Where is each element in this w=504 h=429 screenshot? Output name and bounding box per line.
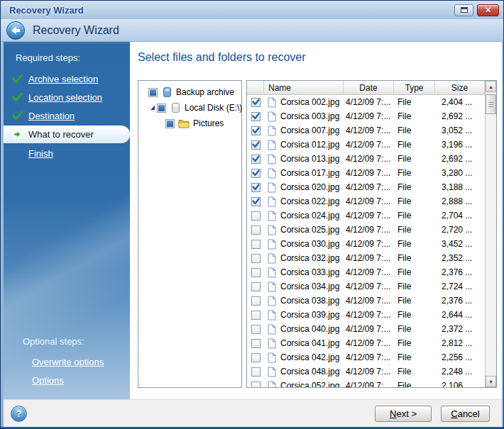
table-row[interactable]: Corsica 040.jpg 4/12/09 7:... File 2,372…	[247, 322, 485, 336]
table-row[interactable]: Corsica 025.jpg 4/12/09 7:... File 2,720…	[247, 223, 485, 237]
table-row[interactable]: Corsica 017.jpg 4/12/09 7:... File 3,280…	[247, 166, 485, 180]
row-checkbox[interactable]	[251, 381, 261, 388]
file-size: 2,692 ...	[435, 109, 485, 123]
file-name: Corsica 003.jpg	[280, 111, 339, 121]
tree-item-pictures[interactable]: Pictures	[138, 116, 241, 131]
tree-checkbox[interactable]	[165, 119, 175, 128]
file-type: File	[394, 336, 435, 350]
table-row[interactable]: Corsica 022.jpg 4/12/09 7:... File 2,888…	[247, 194, 485, 208]
file-icon	[266, 140, 278, 150]
file-icon	[266, 111, 278, 122]
table-row[interactable]: Corsica 024.jpg 4/12/09 7:... File 2,704…	[247, 208, 485, 223]
table-row[interactable]: Corsica 003.jpg 4/12/09 7:... File 2,692…	[247, 109, 485, 123]
file-icon	[266, 168, 278, 179]
scrollbar-thumb[interactable]	[486, 94, 496, 114]
optional-steps-list: Overwrite options Options	[4, 352, 130, 389]
restore-button[interactable]	[454, 4, 473, 16]
tree-checkbox[interactable]	[148, 88, 158, 97]
row-checkbox[interactable]	[251, 225, 261, 235]
table-row[interactable]: Corsica 041.jpg 4/12/09 7:... File 2,812…	[247, 336, 485, 350]
row-checkbox[interactable]	[251, 268, 261, 277]
row-checkbox[interactable]	[251, 211, 261, 221]
row-checkbox[interactable]	[251, 126, 261, 135]
table-row[interactable]: Corsica 042.jpg 4/12/09 7:... File 2,256…	[247, 350, 485, 364]
row-checkbox[interactable]	[251, 240, 261, 249]
sidebar-step-overwrite-options[interactable]: Overwrite options	[4, 352, 130, 371]
table-row[interactable]: Corsica 030.jpg 4/12/09 7:... File 3,452…	[247, 237, 485, 251]
window-title: Recovery Wizard	[9, 5, 84, 16]
file-date: 4/12/09 7:...	[344, 251, 394, 265]
expander-icon[interactable]	[150, 106, 155, 110]
archive-icon	[160, 87, 173, 98]
sidebar-step-destination[interactable]: Destination	[4, 106, 130, 125]
row-checkbox[interactable]	[251, 197, 261, 206]
tree-item-local-disk-e[interactable]: Local Disk (E:\)	[138, 100, 241, 116]
row-checkbox[interactable]	[251, 282, 261, 291]
file-icon	[266, 196, 278, 207]
sidebar-step-finish[interactable]: Finish	[4, 144, 130, 162]
file-date: 4/12/09 7:...	[344, 237, 394, 251]
check-icon	[11, 93, 23, 102]
scroll-down-button[interactable]: ▼	[486, 376, 496, 387]
column-header-name[interactable]: Name	[264, 81, 344, 94]
table-row[interactable]: Corsica 048.jpg 4/12/09 7:... File 2,248…	[247, 364, 485, 379]
row-checkbox[interactable]	[251, 311, 261, 320]
sidebar-step-location-selection[interactable]: Location selection	[4, 88, 130, 106]
row-checkbox[interactable]	[251, 140, 261, 150]
row-checkbox[interactable]	[251, 183, 261, 192]
row-checkbox[interactable]	[251, 169, 261, 178]
row-checkbox[interactable]	[251, 367, 261, 377]
table-row[interactable]: Corsica 033.jpg 4/12/09 7:... File 2,376…	[247, 265, 485, 279]
row-checkbox[interactable]	[251, 296, 261, 306]
column-header-date[interactable]: Date	[344, 81, 394, 94]
column-header-type[interactable]: Type	[394, 81, 435, 94]
sidebar-step-options[interactable]: Options	[4, 371, 130, 389]
file-type: File	[394, 237, 435, 251]
table-row[interactable]: Corsica 052.jpg 4/12/09 7:... File 2,106…	[247, 379, 485, 387]
help-button[interactable]: ?	[11, 406, 27, 422]
scroll-up-button[interactable]: ▲	[486, 81, 496, 92]
file-size: 2,248 ...	[435, 364, 485, 379]
file-date: 4/12/09 7:...	[344, 279, 394, 294]
file-date: 4/12/09 7:...	[344, 308, 394, 322]
tree-item-backup-archive[interactable]: Backup archive	[138, 84, 241, 100]
table-row[interactable]: Corsica 012.jpg 4/12/09 7:... File 3,196…	[247, 138, 485, 152]
window-frame-bottom	[1, 427, 503, 428]
row-checkbox[interactable]	[251, 254, 261, 263]
content-heading: Select files and folders to recover	[138, 51, 306, 64]
table-row[interactable]: Corsica 032.jpg 4/12/09 7:... File 2,352…	[247, 251, 485, 265]
table-row[interactable]: Corsica 020.jpg 4/12/09 7:... File 3,188…	[247, 180, 485, 194]
table-row[interactable]: Corsica 039.jpg 4/12/09 7:... File 2,644…	[247, 308, 485, 322]
sidebar-step-archive-selection[interactable]: Archive selection	[4, 69, 130, 88]
vertical-scrollbar[interactable]: ▲ ▼	[485, 81, 496, 387]
row-checkbox[interactable]	[251, 155, 261, 164]
sidebar-step-what-to-recover[interactable]: What to recover	[4, 126, 130, 143]
file-name: Corsica 033.jpg	[280, 267, 339, 277]
row-checkbox[interactable]	[251, 112, 261, 121]
table-row[interactable]: Corsica 013.jpg 4/12/09 7:... File 2,692…	[247, 152, 485, 166]
column-header-size[interactable]: Size	[435, 81, 485, 94]
column-header-checkbox[interactable]	[247, 81, 264, 94]
table-row[interactable]: Corsica 034.jpg 4/12/09 7:... File 2,724…	[247, 279, 485, 294]
cancel-button[interactable]: Cancel	[441, 406, 490, 422]
row-checkbox[interactable]	[251, 353, 261, 362]
file-date: 4/12/09 7:...	[344, 350, 394, 364]
row-checkbox[interactable]	[251, 98, 261, 107]
table-row[interactable]: Corsica 007.jpg 4/12/09 7:... File 3,052…	[247, 123, 485, 138]
file-date: 4/12/09 7:...	[344, 208, 394, 223]
file-size: 3,188 ...	[435, 180, 485, 194]
file-name: Corsica 040.jpg	[280, 324, 339, 334]
row-checkbox[interactable]	[251, 325, 261, 334]
table-row[interactable]: Corsica 002.jpg 4/12/09 7:... File 2,404…	[247, 95, 485, 109]
row-checkbox[interactable]	[251, 339, 261, 348]
file-type: File	[394, 166, 435, 180]
check-icon	[11, 74, 23, 84]
required-steps-label: Required steps:	[4, 43, 130, 69]
back-button[interactable]	[6, 21, 25, 40]
table-row[interactable]: Corsica 038.jpg 4/12/09 7:... File 2,376…	[247, 294, 485, 308]
tree-checkbox[interactable]	[157, 104, 166, 113]
next-button[interactable]: Next >	[375, 406, 432, 422]
optional-steps-label: Optional steps:	[4, 336, 130, 352]
close-button[interactable]: ✕	[477, 4, 499, 16]
file-date: 4/12/09 7:...	[344, 138, 394, 152]
